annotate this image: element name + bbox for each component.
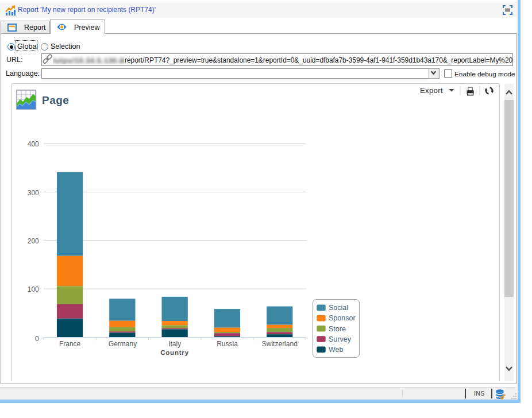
svg-text:Page: Page [42, 94, 69, 106]
svg-text:Social: Social [329, 304, 348, 312]
svg-text:200: 200 [28, 237, 39, 245]
svg-text:100: 100 [28, 285, 39, 293]
svg-text:Germany: Germany [109, 340, 137, 348]
svg-text:Switzerland: Switzerland [262, 340, 298, 348]
svg-text:Export: Export [420, 86, 443, 95]
svg-text:0: 0 [35, 335, 39, 343]
svg-text:Web: Web [329, 346, 344, 354]
svg-text:Country: Country [160, 349, 189, 356]
svg-text:Store: Store [329, 325, 346, 333]
svg-text:Sponsor: Sponsor [329, 314, 356, 322]
svg-text:Italy: Italy [168, 340, 181, 348]
svg-text:Russia: Russia [217, 340, 238, 348]
svg-text:400: 400 [28, 140, 39, 148]
svg-text:300: 300 [28, 189, 39, 197]
svg-text:Survey: Survey [329, 335, 352, 343]
svg-text:France: France [59, 340, 81, 348]
